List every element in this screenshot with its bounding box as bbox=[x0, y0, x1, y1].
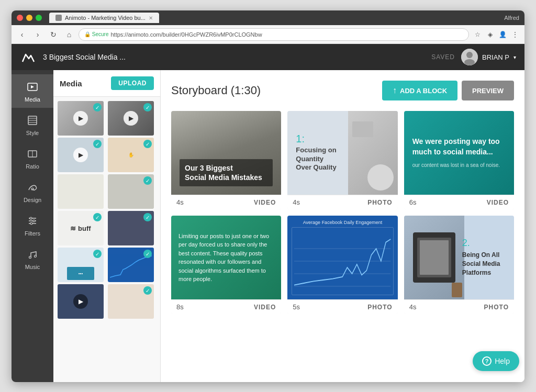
upload-button[interactable]: UPLOAD bbox=[111, 76, 154, 90]
extensions-icon[interactable]: ◈ bbox=[485, 29, 495, 40]
check-6: ✓ bbox=[143, 176, 152, 185]
media-header: Media UPLOAD bbox=[53, 70, 160, 97]
card-type-3: VIDEO bbox=[487, 199, 509, 206]
media-thumb-5[interactable] bbox=[58, 174, 104, 209]
story-card-1[interactable]: Our 3 BiggestSocial Media Mistakes 4s VI… bbox=[171, 111, 281, 209]
card-thumb-4: Limiting our posts to just one or two pe… bbox=[171, 216, 281, 299]
play-icon-2: ▶ bbox=[124, 111, 138, 126]
check-3: ✓ bbox=[93, 140, 102, 148]
menu-icon[interactable]: ⋮ bbox=[510, 29, 520, 40]
app-container: 3 Biggest Social Media ... SAVED BRIAN P… bbox=[12, 44, 524, 382]
storyboard-panel: Storyboard (1:30) ↑ ADD A BLOCK PREVIEW bbox=[161, 70, 524, 382]
card-thumb-2: 1: Focusing on Quantity Over Quality bbox=[287, 111, 397, 195]
story-card-5[interactable]: Average Facebook Daily Engagement bbox=[287, 216, 397, 314]
minimize-dot[interactable] bbox=[26, 15, 32, 21]
app-logo bbox=[20, 49, 37, 65]
svg-point-17 bbox=[29, 256, 31, 259]
add-block-button[interactable]: ↑ ADD A BLOCK bbox=[382, 81, 457, 100]
card-duration-5: 5s bbox=[293, 303, 300, 311]
media-icon bbox=[25, 80, 40, 94]
ratio-icon bbox=[25, 147, 40, 161]
storyboard-actions: ↑ ADD A BLOCK PREVIEW bbox=[382, 81, 514, 100]
help-circle-icon: ? bbox=[482, 356, 492, 366]
filters-icon bbox=[25, 214, 40, 228]
sidebar-item-style[interactable]: Style bbox=[12, 108, 53, 141]
maximize-dot[interactable] bbox=[36, 15, 42, 21]
media-thumb-10[interactable]: ✓ bbox=[108, 248, 154, 282]
check-8: ✓ bbox=[143, 213, 152, 221]
preview-button[interactable]: PREVIEW bbox=[462, 81, 514, 100]
card-duration-1: 4s bbox=[176, 198, 184, 206]
story-card-2[interactable]: 1: Focusing on Quantity Over Quality bbox=[287, 111, 397, 209]
story-card-4[interactable]: Limiting our posts to just one or two pe… bbox=[171, 216, 281, 314]
play-icon-3: ▶ bbox=[73, 148, 88, 162]
media-thumb-4[interactable]: ✋ ✓ bbox=[108, 138, 154, 172]
media-thumb-8[interactable]: ✓ bbox=[108, 211, 154, 245]
app-title: 3 Biggest Social Media ... bbox=[43, 53, 425, 61]
play-icon-11: ▶ bbox=[73, 294, 88, 309]
sidebar-filters-label: Filters bbox=[25, 230, 40, 237]
music-icon bbox=[25, 247, 40, 262]
back-button[interactable]: ‹ bbox=[16, 28, 28, 41]
forward-button[interactable]: › bbox=[31, 28, 44, 41]
close-dot[interactable] bbox=[17, 15, 23, 21]
check-7: ✓ bbox=[93, 213, 102, 221]
media-thumb-11[interactable]: ▶ bbox=[58, 284, 104, 319]
style-icon bbox=[25, 113, 40, 128]
play-overlay-11: ▶ bbox=[58, 284, 104, 319]
bookmark-icon[interactable]: ☆ bbox=[472, 29, 483, 40]
design-icon bbox=[25, 180, 40, 195]
play-icon-1: ▶ bbox=[73, 111, 88, 126]
browser-user: Alfred bbox=[504, 15, 519, 21]
sidebar-item-media[interactable]: Media bbox=[12, 74, 53, 108]
sidebar: Media Style Ratio bbox=[12, 70, 53, 382]
check-9: ✓ bbox=[93, 250, 102, 258]
toolbar-icons: ☆ ◈ 👤 ⋮ bbox=[472, 29, 520, 40]
story-card-3[interactable]: We were posting way too much to social m… bbox=[404, 111, 514, 209]
card-info-2: 4s PHOTO bbox=[287, 195, 397, 209]
media-thumb-9[interactable]: ••• ✓ bbox=[58, 248, 104, 282]
sidebar-item-filters[interactable]: Filters bbox=[12, 208, 53, 242]
sidebar-ratio-label: Ratio bbox=[26, 163, 39, 170]
chevron-down-icon: ▾ bbox=[513, 54, 516, 60]
url-bar[interactable]: 🔒 Secure https://animoto.com/builder/0HG… bbox=[79, 28, 469, 41]
media-thumb-2[interactable]: ▶ ✓ bbox=[108, 101, 154, 136]
sidebar-item-design[interactable]: Design bbox=[12, 175, 53, 208]
storyboard-title: Storyboard (1:30) bbox=[171, 84, 261, 97]
card-info-3: 6s VIDEO bbox=[404, 195, 514, 209]
media-thumb-1[interactable]: ▶ ✓ bbox=[58, 101, 104, 136]
svg-point-18 bbox=[35, 255, 37, 257]
help-button[interactable]: ? Help bbox=[473, 351, 519, 371]
card-duration-6: 4s bbox=[409, 303, 417, 311]
card-duration-3: 6s bbox=[409, 198, 417, 206]
sidebar-item-music[interactable]: Music bbox=[12, 242, 53, 275]
check-10: ✓ bbox=[143, 250, 152, 258]
check-2: ✓ bbox=[143, 103, 152, 111]
card-type-4: VIDEO bbox=[254, 304, 276, 311]
browser-titlebar: Animoto - Marketing Video bu... ✕ Alfred bbox=[12, 10, 524, 25]
refresh-button[interactable]: ↻ bbox=[47, 28, 60, 41]
card-thumb-3: We were posting way too much to social m… bbox=[404, 111, 514, 195]
storyboard-header: Storyboard (1:30) ↑ ADD A BLOCK PREVIEW bbox=[171, 81, 514, 100]
card-info-1: 4s VIDEO bbox=[171, 195, 281, 209]
card-info-6: 4s PHOTO bbox=[404, 299, 514, 314]
check-4: ✓ bbox=[143, 140, 152, 148]
sidebar-item-ratio[interactable]: Ratio bbox=[12, 141, 53, 175]
media-thumb-6[interactable]: ✓ bbox=[108, 174, 154, 209]
svg-point-2 bbox=[464, 59, 475, 65]
browser-tab[interactable]: Animoto - Marketing Video bu... ✕ bbox=[49, 13, 159, 23]
story-card-6[interactable]: 2. Being On All Social Media Platforms 4… bbox=[404, 216, 514, 314]
user-info[interactable]: BRIAN P ▾ bbox=[461, 49, 516, 65]
help-label: Help bbox=[495, 357, 510, 365]
sidebar-music-label: Music bbox=[25, 264, 40, 270]
media-thumb-3[interactable]: ▶ ✓ bbox=[58, 138, 104, 172]
sidebar-design-label: Design bbox=[24, 197, 41, 203]
profile-icon[interactable]: 👤 bbox=[497, 29, 508, 40]
saved-label: SAVED bbox=[431, 53, 455, 61]
media-thumb-12[interactable]: ✓ bbox=[108, 284, 154, 319]
home-button[interactable]: ⌂ bbox=[63, 28, 75, 41]
card-duration-4: 8s bbox=[176, 303, 184, 311]
media-panel: Media UPLOAD ▶ ✓ ▶ ✓ ▶ bbox=[53, 70, 161, 382]
media-thumb-7[interactable]: ≋ buff ✓ bbox=[58, 211, 104, 245]
tab-close-button[interactable]: ✕ bbox=[149, 15, 153, 21]
